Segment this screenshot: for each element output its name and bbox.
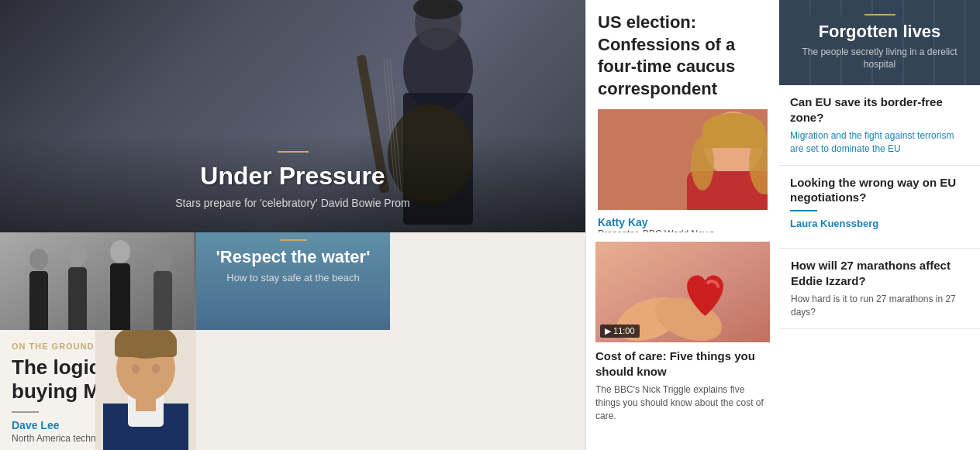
news-item-2-author[interactable]: Laura Kuenssberg [790, 218, 969, 229]
hero-overlay: Under Pressure Stars prepare for 'celebr… [0, 136, 585, 232]
news-item-2-divider [790, 210, 817, 211]
hero-title[interactable]: Under Pressure [23, 162, 562, 191]
water-title: 'Respect the water' [208, 247, 378, 267]
top-row: Under Pressure Stars prepare for 'celebr… [0, 0, 980, 232]
svg-point-39 [29, 249, 48, 270]
svg-rect-44 [110, 263, 130, 330]
election-story[interactable]: US election: Confessions of a four-time … [585, 0, 779, 232]
forgotten-lives-feature[interactable]: Forgotten lives The people secretly livi… [779, 0, 980, 232]
svg-rect-36 [136, 396, 156, 411]
forgotten-accent [864, 14, 895, 15]
right-news-item-3-desc: How hard is it to run 27 marathons in 27… [791, 293, 968, 319]
care-image: ▶ 11:00 [595, 242, 770, 342]
news-item-1[interactable]: Can EU save its border-free zone? Migrat… [779, 85, 980, 166]
fashion-image [0, 232, 196, 330]
care-desc: The BBC's Nick Triggle explains five thi… [595, 383, 770, 422]
right-news-item-3[interactable]: How will 27 marathons affect Eddie Izzar… [779, 249, 980, 329]
svg-point-35 [152, 364, 160, 373]
svg-rect-33 [115, 338, 177, 357]
otg-portrait [95, 330, 196, 451]
election-title: US election: Confessions of a four-time … [598, 12, 768, 100]
svg-rect-42 [68, 267, 87, 330]
election-image [598, 109, 768, 210]
care-story[interactable]: ▶ 11:00 Cost of care: Five things you sh… [585, 232, 779, 450]
hero-subtitle: Stars prepare for 'celebratory' David Bo… [23, 197, 562, 209]
fashion-svg [0, 232, 194, 330]
news-item-2-title: Looking the wrong way on EU negotiations… [790, 175, 969, 205]
right-news-item-3-title: How will 27 marathons affect Eddie Izzar… [791, 258, 968, 288]
forgotten-subtitle: The people secretly living in a derelict… [788, 46, 971, 70]
election-byline-name[interactable]: Katty Kay [598, 216, 768, 228]
on-the-ground-story[interactable]: ON THE GROUND The logic in Apple buying … [0, 330, 196, 451]
svg-rect-40 [29, 271, 48, 330]
svg-rect-46 [154, 271, 172, 330]
care-title: Cost of care: Five things you should kno… [595, 349, 770, 379]
right-news-items: Can EU save its border-free zone? Migrat… [779, 85, 980, 232]
water-story[interactable]: 'Respect the water' How to stay safe at … [196, 232, 390, 330]
bottom-row: ON THE GROUND The logic in Apple buying … [0, 232, 585, 450]
water-content: 'Respect the water' How to stay safe at … [196, 239, 390, 283]
hero-accent-line [278, 151, 309, 153]
svg-point-41 [68, 245, 87, 266]
forgotten-lives-content: Forgotten lives The people secretly livi… [779, 0, 980, 85]
news-item-1-title: Can EU save its border-free zone? [790, 94, 969, 125]
svg-point-34 [132, 364, 140, 373]
otg-divider [12, 411, 39, 413]
water-accent [280, 239, 307, 241]
right-bottom-col: How will 27 marathons affect Eddie Izzar… [779, 232, 980, 450]
election-person-svg [598, 109, 768, 210]
news-item-1-desc: Migration and the fight against terroris… [790, 129, 969, 156]
fashion-story[interactable]: What is fashion week for? As London's au… [0, 232, 196, 330]
news-item-2[interactable]: Looking the wrong way on EU negotiations… [779, 166, 980, 232]
care-video-badge: ▶ 11:00 [600, 325, 640, 338]
forgotten-title: Forgotten lives [819, 22, 941, 42]
svg-point-45 [154, 249, 172, 270]
svg-point-15 [691, 136, 714, 191]
water-subtitle: How to stay safe at the beach [208, 272, 378, 283]
page-container: Under Pressure Stars prepare for 'celebr… [0, 0, 980, 450]
right-news-item-2-bottom[interactable] [779, 232, 980, 249]
portrait-svg [95, 330, 196, 451]
svg-point-43 [110, 240, 130, 263]
hero-feature[interactable]: Under Pressure Stars prepare for 'celebr… [0, 0, 585, 232]
